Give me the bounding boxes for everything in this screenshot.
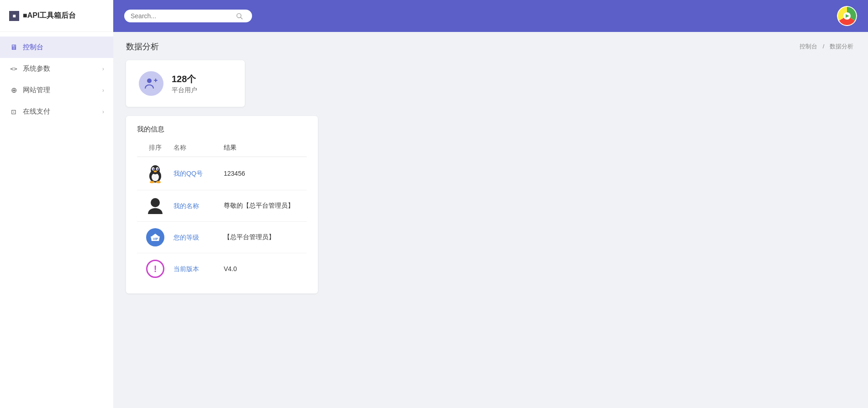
sidebar-item-label: 在线支付 [23, 107, 102, 116]
qq-number-link[interactable]: 我的QQ号 [174, 170, 203, 177]
row-result-col: V4.0 [224, 265, 307, 272]
sidebar-item-label: 系统参数 [23, 64, 102, 73]
row-result-col: 【总平台管理员】 [224, 233, 307, 241]
avatar-image [837, 6, 857, 26]
stats-card: 128个 平台用户 [126, 60, 245, 107]
content-area: 数据分析 控制台 / 数据分析 128个 平台用户 [113, 32, 868, 408]
page-header: 数据分析 控制台 / 数据分析 [126, 41, 855, 52]
sidebar: ■ ■API工具箱后台 🖥 控制台 <> 系统参数 › ⊕ 网站管理 › ⊡ 在… [0, 0, 113, 408]
chevron-right-icon: › [102, 66, 104, 72]
sidebar-nav: 🖥 控制台 <> 系统参数 › ⊕ 网站管理 › ⊡ 在线支付 › [0, 32, 113, 408]
col-name-header: 名称 [174, 144, 224, 152]
page-title: 数据分析 [126, 41, 159, 52]
svg-point-14 [157, 168, 158, 170]
pay-icon: ⊡ [9, 108, 18, 115]
user-level-link[interactable]: 您的等级 [174, 234, 199, 241]
code-icon: <> [9, 65, 18, 72]
chevron-right-icon: › [102, 109, 104, 115]
row-rank-col [137, 163, 174, 183]
breadcrumb-item: 数据分析 [830, 43, 853, 50]
topbar [113, 0, 868, 32]
current-version-link[interactable]: 当前版本 [174, 265, 199, 272]
search-box [124, 10, 252, 22]
table-row: 我的QQ号 123456 [137, 157, 307, 190]
main-area: 数据分析 控制台 / 数据分析 128个 平台用户 [113, 0, 868, 408]
sidebar-item-website-mgmt[interactable]: ⊕ 网站管理 › [0, 79, 113, 101]
breadcrumb-separator: / [823, 43, 825, 50]
stats-label: 平台用户 [172, 86, 197, 94]
vip-icon: VIP [146, 228, 164, 246]
logo-text: ■API工具箱后台 [23, 11, 76, 21]
stats-number: 128个 [172, 73, 197, 85]
breadcrumb: 控制台 / 数据分析 [798, 42, 855, 51]
sidebar-item-online-pay[interactable]: ⊡ 在线支付 › [0, 101, 113, 122]
svg-point-15 [154, 171, 157, 173]
sidebar-item-dashboard[interactable]: 🖥 控制台 [0, 37, 113, 58]
user-avatar[interactable] [837, 6, 857, 26]
sidebar-item-label: 控制台 [23, 43, 104, 52]
add-users-icon [144, 77, 158, 90]
person-icon [146, 197, 164, 215]
row-rank-col: ! [137, 260, 174, 278]
svg-point-16 [150, 181, 154, 183]
users-icon-wrap [139, 71, 163, 96]
row-result-col: 123456 [224, 170, 307, 177]
row-name-col: 您的等级 [174, 233, 224, 242]
row-rank-col: VIP [137, 228, 174, 246]
my-name-link[interactable]: 我的名称 [174, 202, 199, 209]
sidebar-item-label: 网站管理 [23, 86, 102, 94]
avatar-icon [837, 6, 857, 26]
logo-icon: ■ [9, 11, 19, 21]
info-card-title: 我的信息 [137, 125, 307, 134]
vip-badge-icon: VIP [150, 233, 161, 242]
svg-text:VIP: VIP [153, 237, 158, 241]
row-name-col: 当前版本 [174, 265, 224, 273]
svg-point-18 [151, 198, 160, 207]
table-row: VIP 您的等级 【总平台管理员】 [137, 222, 307, 253]
col-result-header: 结果 [224, 144, 307, 152]
svg-point-13 [153, 168, 154, 170]
exclamation-icon: ! [146, 260, 164, 278]
search-icon [236, 12, 243, 20]
monitor-icon: 🖥 [9, 43, 18, 52]
website-icon: ⊕ [9, 86, 18, 94]
svg-line-1 [241, 17, 242, 19]
qq-icon [146, 163, 164, 183]
row-name-col: 我的名称 [174, 202, 224, 210]
row-rank-col [137, 197, 174, 215]
chevron-right-icon: › [102, 87, 104, 94]
svg-point-5 [147, 78, 152, 83]
svg-point-17 [156, 181, 161, 183]
sidebar-item-system-params[interactable]: <> 系统参数 › [0, 58, 113, 79]
breadcrumb-item: 控制台 [800, 43, 817, 50]
row-result-col: 尊敬的【总平台管理员】 [224, 202, 307, 210]
stats-info: 128个 平台用户 [172, 73, 197, 94]
user-silhouette-icon [147, 197, 163, 215]
row-name-col: 我的QQ号 [174, 169, 224, 178]
svg-point-10 [151, 165, 160, 174]
info-table-header: 排序 名称 结果 [137, 141, 307, 157]
sidebar-logo: ■ ■API工具箱后台 [0, 0, 113, 32]
col-rank-header: 排序 [137, 144, 174, 152]
info-card: 我的信息 排序 名称 结果 [126, 116, 318, 293]
table-row: ! 当前版本 V4.0 [137, 253, 307, 284]
table-row: 我的名称 尊敬的【总平台管理员】 [137, 190, 307, 222]
search-input[interactable] [131, 12, 236, 20]
search-button[interactable] [236, 12, 243, 20]
